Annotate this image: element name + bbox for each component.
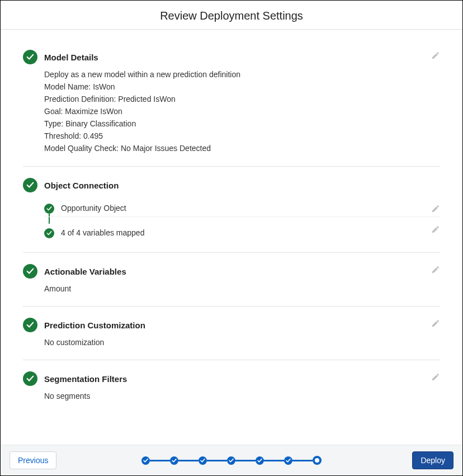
check-icon <box>23 318 37 332</box>
section-object-connection: Object Connection Opportunity Object <box>23 166 440 252</box>
model-details-line: Type: Binary Classification <box>44 118 440 130</box>
step-dot-current[interactable] <box>313 456 322 465</box>
step-dot[interactable] <box>199 456 207 465</box>
model-details-line: Goal: Maximize IsWon <box>44 106 440 117</box>
section-title-model-details: Model Details <box>44 53 98 62</box>
check-icon <box>44 228 54 238</box>
pencil-icon[interactable] <box>431 319 440 328</box>
step-dot[interactable] <box>227 456 235 465</box>
step-connector <box>150 460 170 461</box>
pencil-icon[interactable] <box>431 225 440 234</box>
pencil-icon[interactable] <box>431 51 440 60</box>
section-model-details: Model Details Deploy as a new model with… <box>23 50 440 166</box>
step-connector <box>264 460 284 461</box>
pencil-icon[interactable] <box>431 204 440 213</box>
section-body-actionable-variables: Amount <box>44 283 440 295</box>
object-row: Opportunity Object <box>44 200 440 216</box>
check-icon <box>23 371 37 386</box>
object-row-label: 4 of 4 variables mapped <box>61 227 144 239</box>
object-row: 4 of 4 variables mapped <box>44 216 440 241</box>
step-dot[interactable] <box>256 456 264 465</box>
section-body-prediction-customization: No customization <box>44 337 440 348</box>
step-dot[interactable] <box>141 456 150 465</box>
wizard-footer: Previous Deploy <box>1 445 462 475</box>
model-details-line: Threshold: 0.495 <box>44 130 440 142</box>
section-header-segmentation-filters: Segmentation Filters <box>23 371 440 386</box>
deploy-button[interactable]: Deploy <box>412 451 453 469</box>
object-row-label: Opportunity Object <box>61 202 126 214</box>
object-connection-list: Opportunity Object 4 of 4 variables mapp… <box>44 200 440 241</box>
step-dot[interactable] <box>284 456 292 465</box>
section-title-segmentation-filters: Segmentation Filters <box>44 374 127 384</box>
model-details-line: Model Quality Check: No Major Issues Det… <box>44 143 440 154</box>
previous-button[interactable]: Previous <box>10 451 56 469</box>
section-body-model-details: Deploy as a new model within a new predi… <box>44 69 440 154</box>
section-header-model-details: Model Details <box>23 50 440 64</box>
step-connector <box>292 460 313 461</box>
section-prediction-customization: Prediction Customization No customizatio… <box>23 306 440 360</box>
section-title-object-connection: Object Connection <box>44 181 119 190</box>
section-body-segmentation-filters: No segments <box>44 390 440 402</box>
page-title: Review Deployment Settings <box>1 1 462 30</box>
check-icon <box>23 178 37 192</box>
pencil-icon[interactable] <box>431 265 440 274</box>
step-connector <box>207 460 227 461</box>
section-header-prediction-customization: Prediction Customization <box>23 318 440 332</box>
model-details-line: Deploy as a new model within a new predi… <box>44 69 440 81</box>
content-area: Model Details Deploy as a new model with… <box>1 30 462 445</box>
section-header-actionable-variables: Actionable Variables <box>23 264 440 279</box>
check-icon <box>23 264 37 279</box>
pencil-icon[interactable] <box>431 373 440 381</box>
check-icon <box>23 50 37 64</box>
model-details-line: Model Name: IsWon <box>44 81 440 93</box>
wizard-stepper <box>141 456 322 465</box>
section-segmentation-filters: Segmentation Filters No segments <box>23 360 440 413</box>
section-actionable-variables: Actionable Variables Amount <box>23 252 440 306</box>
section-title-actionable-variables: Actionable Variables <box>44 267 126 276</box>
section-title-prediction-customization: Prediction Customization <box>44 321 145 330</box>
model-details-line: Prediction Definition: Predicted IsWon <box>44 93 440 105</box>
check-icon <box>44 204 54 214</box>
step-connector <box>178 460 199 461</box>
app-frame: Review Deployment Settings Model Details… <box>0 0 463 476</box>
section-header-object-connection: Object Connection <box>23 178 440 192</box>
step-dot[interactable] <box>170 456 178 465</box>
step-connector <box>235 460 256 461</box>
